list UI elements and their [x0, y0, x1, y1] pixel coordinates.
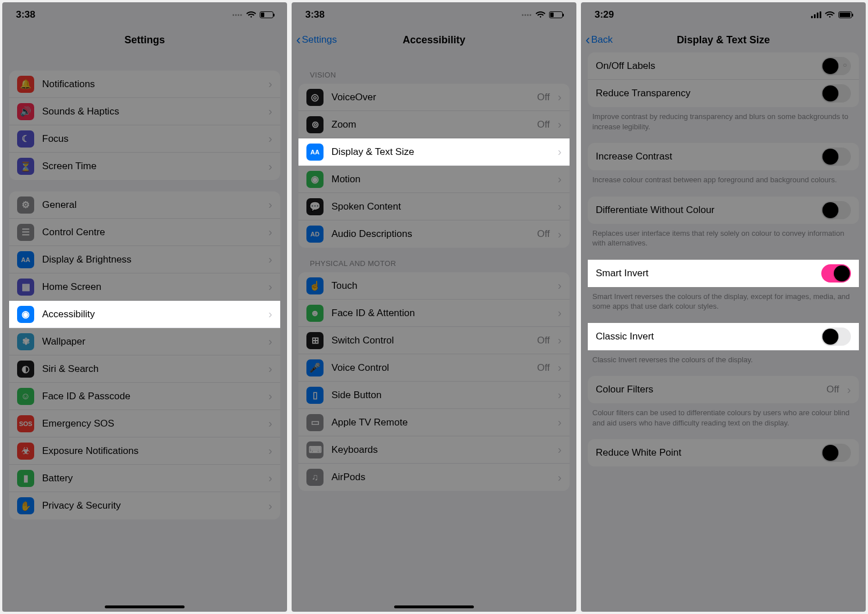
settings-row[interactable]: AADisplay & Text Size› [298, 138, 570, 166]
home-indicator[interactable] [394, 605, 474, 608]
settings-group: ⚙General›☰Control Centre›AADisplay & Bri… [9, 191, 280, 519]
settings-row[interactable]: ⊚ZoomOff› [298, 111, 570, 138]
page-title: Accessibility [403, 34, 465, 46]
settings-row[interactable]: On/Off Labels [588, 52, 859, 80]
sidebutton-icon: ▯ [306, 387, 324, 404]
row-label: Screen Time [42, 161, 260, 172]
chevron-left-icon: ‹ [296, 33, 301, 47]
settings-row[interactable]: 💬Spoken Content› [298, 193, 570, 220]
airpods-icon: ♫ [306, 469, 324, 486]
touch-icon: ☝ [306, 277, 324, 294]
settings-row[interactable]: ◉Accessibility› [9, 301, 280, 328]
settings-row[interactable]: Increase Contrast [588, 143, 859, 170]
settings-row[interactable]: AADisplay & Brightness› [9, 246, 280, 273]
settings-group: Increase Contrast [588, 143, 859, 170]
battery-icon [260, 11, 273, 18]
row-label: Touch [331, 280, 550, 292]
row-label: VoiceOver [331, 92, 529, 103]
toggle-switch[interactable] [821, 444, 851, 462]
settings-row[interactable]: Reduce White Point [588, 439, 859, 466]
chevron-right-icon: › [558, 416, 562, 429]
settings-row[interactable]: ✋Privacy & Security› [9, 492, 280, 519]
face-icon: ☻ [306, 305, 324, 322]
toggle-switch[interactable] [821, 264, 851, 283]
row-label: General [42, 199, 260, 211]
settings-row[interactable]: ADAudio DescriptionsOff› [298, 220, 570, 248]
speaker-icon: 🔊 [17, 103, 34, 120]
toggle-switch[interactable] [821, 57, 851, 75]
chevron-right-icon: › [268, 390, 272, 403]
row-label: Face ID & Attention [331, 308, 550, 319]
settings-group: 🔔Notifications›🔊Sounds & Haptics›☾Focus›… [9, 71, 280, 180]
settings-row[interactable]: Colour FiltersOff› [588, 376, 859, 403]
row-label: Audio Descriptions [331, 228, 529, 240]
back-button[interactable]: ‹ Settings [296, 33, 337, 47]
settings-group: Classic Invert [588, 323, 859, 350]
chevron-right-icon: › [558, 388, 562, 402]
settings-row[interactable]: ⌨Keyboards› [298, 436, 570, 464]
sos-icon: SOS [17, 415, 34, 432]
chevron-right-icon: › [268, 77, 272, 91]
chevron-right-icon: › [268, 444, 272, 457]
row-value: Off [537, 362, 550, 374]
toggle-switch[interactable] [821, 201, 851, 219]
settings-row[interactable]: ☾Focus› [9, 125, 280, 153]
settings-group: Reduce White Point [588, 439, 859, 466]
settings-row[interactable]: ▦Home Screen› [9, 273, 280, 301]
back-label: Settings [302, 34, 337, 46]
section-footer: Classic Invert reverses the colours of t… [581, 350, 866, 365]
settings-row[interactable]: Differentiate Without Colour [588, 197, 859, 224]
toggle-switch[interactable] [821, 84, 851, 103]
ad-icon: AD [306, 226, 324, 243]
row-label: Face ID & Passcode [42, 391, 260, 402]
chevron-right-icon: › [558, 306, 562, 320]
settings-row[interactable]: Reduce Transparency [588, 80, 859, 107]
settings-row[interactable]: ☝Touch› [298, 272, 570, 300]
chevron-right-icon: › [268, 280, 272, 293]
settings-row[interactable]: ☰Control Centre› [9, 219, 280, 246]
back-button[interactable]: ‹ Back [586, 33, 613, 47]
settings-row[interactable]: 🔔Notifications› [9, 71, 280, 98]
settings-row[interactable]: ☣Exposure Notifications› [9, 437, 280, 465]
battery-icon [549, 11, 563, 18]
settings-row[interactable]: ◐Siri & Search› [9, 355, 280, 383]
chevron-right-icon: › [268, 132, 272, 145]
toggle-switch[interactable] [821, 148, 851, 166]
settings-row[interactable]: ♫AirPods› [298, 464, 570, 491]
row-label: Exposure Notifications [42, 445, 260, 457]
settings-row[interactable]: Smart Invert [588, 260, 859, 287]
settings-row[interactable]: ⏳Screen Time› [9, 153, 280, 180]
settings-row[interactable]: SOSEmergency SOS› [9, 410, 280, 437]
chevron-right-icon: › [558, 228, 562, 241]
settings-row[interactable]: ☻Face ID & Attention› [298, 300, 570, 327]
settings-row[interactable]: ▮Battery› [9, 465, 280, 492]
settings-row[interactable]: ◉Motion› [298, 166, 570, 193]
row-label: Privacy & Security [42, 500, 260, 511]
settings-row[interactable]: ✾Wallpaper› [9, 328, 280, 355]
accessibility-icon: ◉ [17, 306, 34, 323]
chevron-right-icon: › [268, 226, 272, 239]
settings-row[interactable]: 🎤Voice ControlOff› [298, 354, 570, 382]
chevron-right-icon: › [558, 334, 562, 347]
settings-row[interactable]: ⊞Switch ControlOff› [298, 327, 570, 354]
settings-screen: 3:38 •••• Settings 🔔Notifications›🔊Sound… [2, 2, 287, 612]
chevron-right-icon: › [268, 472, 272, 485]
carrier-dots-icon: •••• [522, 12, 532, 18]
wifi-icon [535, 11, 546, 18]
switches-icon: ☰ [17, 224, 34, 241]
settings-row[interactable]: ⚙General› [9, 191, 280, 219]
row-label: Side Button [331, 390, 550, 401]
settings-row[interactable]: 🔊Sounds & Haptics› [9, 98, 280, 125]
home-indicator[interactable] [105, 605, 185, 608]
page-title: Display & Text Size [677, 34, 770, 46]
settings-group: On/Off LabelsReduce Transparency [588, 52, 859, 107]
settings-row[interactable]: ◎VoiceOverOff› [298, 84, 570, 111]
chevron-right-icon: › [268, 308, 272, 321]
settings-row[interactable]: ☺Face ID & Passcode› [9, 383, 280, 410]
settings-row[interactable]: ▭Apple TV Remote› [298, 409, 570, 436]
settings-row[interactable]: Classic Invert [588, 323, 859, 350]
chevron-right-icon: › [268, 105, 272, 118]
toggle-switch[interactable] [821, 328, 851, 346]
page-title: Settings [124, 34, 165, 46]
settings-row[interactable]: ▯Side Button› [298, 382, 570, 409]
